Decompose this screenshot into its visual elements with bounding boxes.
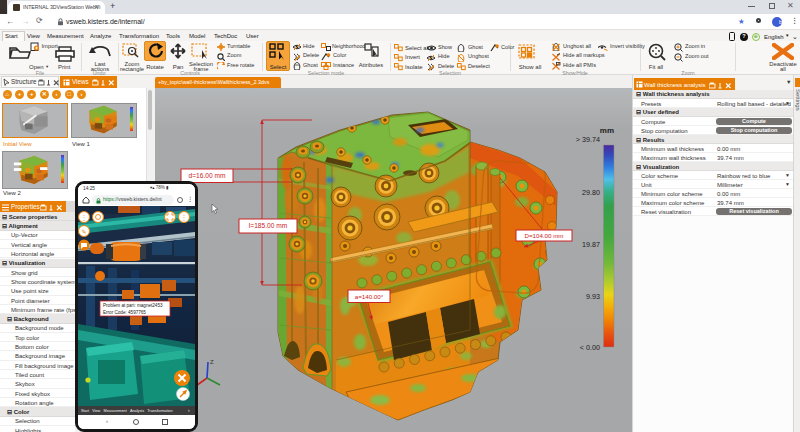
svg-text:✎: ✎ <box>81 229 86 235</box>
svg-text:29.80: 29.80 <box>582 188 600 197</box>
svg-text:d=16.00 mm: d=16.00 mm <box>189 172 226 179</box>
svg-text:D=104.00 mm: D=104.00 mm <box>524 232 563 239</box>
svg-text:l=185.00 mm: l=185.00 mm <box>249 222 288 229</box>
svg-text:⋮: ⋮ <box>181 214 188 221</box>
svg-text:⋮: ⋮ <box>81 214 88 221</box>
svg-text:mm: mm <box>600 126 614 135</box>
svg-text:Error Code: 4597765: Error Code: 4597765 <box>103 310 146 315</box>
svg-text:< 0.00: < 0.00 <box>580 343 600 352</box>
svg-text:Z: Z <box>210 359 214 365</box>
svg-text:a=140.00°: a=140.00° <box>355 293 384 300</box>
svg-text:9.93: 9.93 <box>586 292 600 301</box>
svg-text:19.87: 19.87 <box>582 240 600 249</box>
svg-text:Problem at part: magnet2453: Problem at part: magnet2453 <box>103 303 163 308</box>
svg-text:> 39.74: > 39.74 <box>576 135 600 144</box>
